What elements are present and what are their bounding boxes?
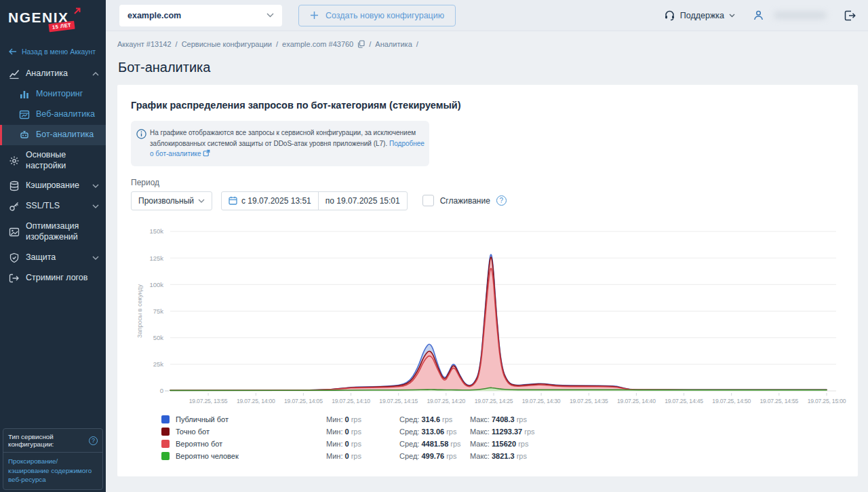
legend-item-public-bot: Публичный бот (161, 415, 326, 423)
breadcrumb-service-configs[interactable]: Сервисные конфигурации (182, 40, 272, 48)
bot-categories-chart[interactable]: 025k50k75k100k125k150k19.07.25, 13:5519.… (131, 223, 844, 404)
create-configuration-button[interactable]: Создать новую конфигурацию (298, 5, 456, 26)
back-link-label: Назад в меню Аккаунт (22, 48, 96, 56)
legend-avg: Сред: 499.76 rps (399, 452, 470, 460)
legend-min: Мин: 0 rps (326, 452, 399, 460)
legend-avg: Сред: 4481.58 rps (399, 440, 470, 448)
brand-arrow-icon (73, 7, 81, 15)
arrow-left-icon (9, 48, 17, 55)
image-icon (9, 227, 20, 238)
sidebar-item-label: Оптимизация изображений (26, 221, 99, 242)
smoothing-help-icon[interactable]: ? (496, 195, 507, 206)
sidebar-item-image-optimization[interactable]: Оптимизация изображений (0, 216, 106, 247)
y-axis-tick-label: 150k (149, 227, 163, 235)
x-axis-tick-label: 19.07.25, 13:55 (189, 398, 228, 404)
section-title: График распределения запросов по бот-кат… (131, 100, 844, 111)
chevron-up-icon (92, 72, 99, 76)
legend-min: Мин: 0 rps (326, 428, 399, 436)
sidebar-item-log-streaming[interactable]: Стриминг логов (0, 268, 106, 288)
chevron-down-icon (92, 204, 99, 208)
date-to-value: по 19.07.2025 15:01 (326, 196, 400, 206)
user-icon (753, 10, 764, 21)
info-icon (136, 129, 146, 139)
sidebar-item-ssl-tls[interactable]: SSL/TLS (0, 196, 106, 216)
chevron-down-icon (729, 14, 735, 18)
user-account[interactable] (753, 10, 827, 21)
legend-item-probable-human: Вероятно человек (161, 452, 326, 460)
shield-icon (9, 252, 20, 263)
date-to-field[interactable]: по 19.07.2025 15:01 (318, 192, 407, 210)
period-select-value: Произвольный (138, 196, 194, 206)
sidebar-item-label: Аналитика (26, 69, 86, 79)
x-axis-tick-label: 19.07.25, 14:00 (237, 398, 275, 404)
configuration-select[interactable]: example.com (119, 5, 282, 26)
legend-avg: Сред: 314.6 rps (399, 415, 470, 423)
legend-item-probable-bot: Вероятно бот (161, 440, 326, 448)
sidebar-item-main-settings[interactable]: Основные настройки (0, 145, 106, 176)
support-label: Поддержка (680, 11, 724, 20)
plus-icon (310, 11, 319, 20)
help-icon[interactable]: ? (89, 436, 98, 445)
sidebar-item-monitoring[interactable]: Мониторинг (0, 84, 106, 105)
sidebar-item-web-analytics[interactable]: Веб-аналитика (0, 105, 106, 125)
calendar-icon (229, 196, 237, 205)
breadcrumb-analytics[interactable]: Аналитика (375, 40, 412, 48)
legend-label: Вероятно бот (176, 440, 222, 448)
period-select[interactable]: Произвольный (131, 191, 212, 210)
sidebar: NGENIX 15 ЛЕТ Назад в меню Аккаунт Анали… (0, 0, 106, 492)
y-axis-tick-label: 0 (160, 387, 163, 394)
y-axis-tick-label: 75k (153, 307, 164, 314)
x-axis-tick-label: 19.07.25, 14:10 (332, 398, 370, 404)
x-axis-tick-label: 19.07.25, 14:45 (665, 398, 703, 404)
legend-max: Макс: 3821.3 rps (470, 452, 844, 460)
legend-swatch (161, 428, 170, 436)
bar-chart-icon (19, 89, 30, 100)
back-to-account-link[interactable]: Назад в меню Аккаунт (0, 39, 106, 62)
y-axis-title: Запросы в секунду (136, 284, 143, 337)
sidebar-item-caching[interactable]: Кэширование (0, 176, 106, 196)
topbar: example.com Создать новую конфигурацию П… (106, 0, 868, 31)
copy-icon[interactable] (357, 40, 365, 48)
smoothing-label: Сглаживание (440, 196, 490, 206)
chart-area: 025k50k75k100k125k150k19.07.25, 13:5519.… (131, 223, 844, 404)
date-from-field[interactable]: с 19.07.2025 13:51 (222, 192, 318, 210)
info-text: На графике отображаются все запросы к се… (150, 129, 416, 147)
database-icon (9, 181, 20, 191)
chart-legend: Публичный бот Мин: 0 rps Сред: 314.6 rps… (161, 415, 844, 460)
legend-avg: Сред: 313.06 rps (399, 428, 470, 436)
x-axis-tick-label: 19.07.25, 15:00 (808, 398, 846, 404)
breadcrumb: Аккаунт #13142 / Сервисные конфигурации … (117, 40, 858, 48)
chevron-down-icon (267, 13, 274, 18)
sidebar-item-analytics[interactable]: Аналитика (0, 64, 106, 84)
legend-label: Публичный бот (176, 415, 229, 423)
y-axis-tick-label: 50k (153, 334, 164, 341)
area-1 (170, 268, 827, 391)
support-menu[interactable]: Поддержка (664, 10, 735, 21)
sidebar-item-label: Бот-аналитика (36, 130, 99, 140)
logout-icon (844, 10, 856, 21)
legend-min: Мин: 0 rps (326, 415, 399, 423)
x-axis-tick-label: 19.07.25, 14:20 (427, 398, 465, 404)
external-link-icon[interactable] (203, 149, 210, 157)
bot-analytics-panel: График распределения запросов по бот-кат… (117, 85, 858, 476)
logout-button[interactable] (844, 10, 856, 21)
breadcrumb-account[interactable]: Аккаунт #13142 (117, 40, 172, 48)
date-range-picker: с 19.07.2025 13:51 по 19.07.2025 15:01 (221, 191, 408, 210)
x-axis-tick-label: 19.07.25, 14:25 (475, 398, 513, 404)
legend-min: Мин: 0 rps (326, 440, 399, 448)
x-axis-tick-label: 19.07.25, 14:35 (570, 398, 608, 404)
legend-label: Вероятно человек (176, 452, 239, 460)
legend-max: Макс: 115620 rps (470, 440, 844, 448)
period-label: Период (131, 178, 844, 187)
sidebar-item-protection[interactable]: Защита (0, 248, 106, 268)
log-stream-icon (9, 273, 20, 284)
sidebar-nav: Аналитика Мониторинг Веб-аналитика Бот-а… (0, 64, 106, 288)
sidebar-item-bot-analytics[interactable]: Бот-аналитика (0, 125, 106, 145)
breadcrumb-config[interactable]: example.com #43760 (282, 40, 353, 48)
smoothing-checkbox[interactable] (422, 195, 434, 206)
legend-swatch (161, 415, 170, 423)
create-configuration-label: Создать новую конфигурацию (326, 11, 444, 20)
breadcrumb-separator: / (276, 40, 278, 48)
chevron-down-icon (198, 199, 205, 203)
sidebar-item-label: Стриминг логов (26, 273, 99, 284)
